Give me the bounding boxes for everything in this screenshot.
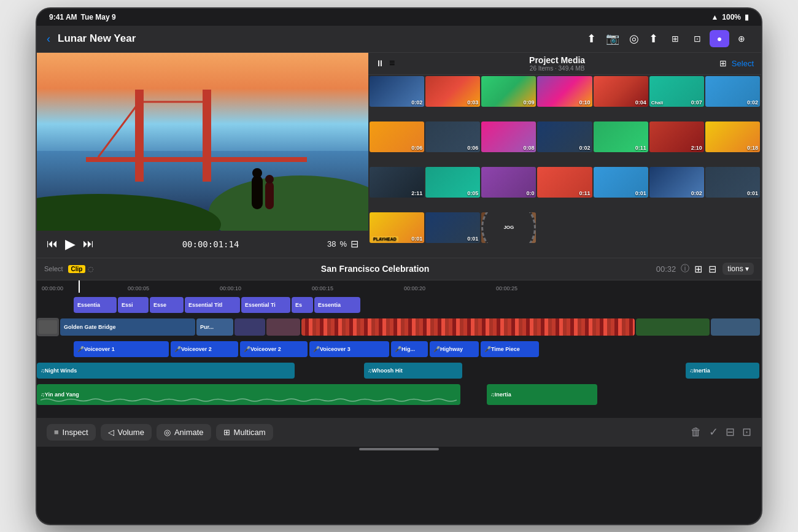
- title-clip[interactable]: Esse: [150, 297, 184, 313]
- video-clip-golden-gate[interactable]: Golden Gate Bridge: [60, 318, 195, 336]
- zoom-icon[interactable]: ⊟: [351, 238, 358, 250]
- video-clip-4[interactable]: [266, 318, 300, 336]
- play-button[interactable]: ▶: [65, 236, 76, 252]
- sfx-clip-2[interactable]: ♫ Whoosh Hit: [364, 363, 462, 379]
- title-clip[interactable]: Essential Titl: [185, 297, 240, 313]
- clip-icon: ♫: [368, 368, 372, 374]
- voiceover-clip-7[interactable]: 🎤 Time Piece: [481, 341, 539, 357]
- voiceover-clip-2[interactable]: 🎤 Voiceover 2: [171, 341, 238, 357]
- media-thumb[interactable]: 2:10: [649, 121, 704, 152]
- tab-location[interactable]: ●: [710, 30, 729, 47]
- music-clip-2[interactable]: ♫ Inertia: [487, 384, 597, 405]
- sfx-clip-1[interactable]: ♫ Night Winds: [37, 363, 295, 379]
- multicam-button[interactable]: ⊞ Multicam: [216, 424, 273, 441]
- tab-add[interactable]: ⊕: [732, 30, 751, 47]
- media-thumb[interactable]: 0:02: [705, 76, 760, 107]
- voiceover-clip-3[interactable]: 🎤 Voiceover 2: [240, 341, 308, 357]
- media-thumb[interactable]: 0:10: [537, 76, 592, 107]
- video-clip-6[interactable]: [711, 318, 760, 336]
- volume-button[interactable]: ◁ Volume: [101, 424, 152, 441]
- tab-screen[interactable]: ⊡: [688, 30, 707, 47]
- media-thumb[interactable]: 0:05: [425, 167, 480, 198]
- checkmark-icon[interactable]: ✓: [709, 425, 718, 439]
- clip-label: Time Piece: [491, 346, 520, 352]
- media-thumb[interactable]: 0:08: [481, 121, 536, 152]
- media-subtitle: 26 Items · 349.4 MB: [400, 65, 715, 72]
- voiceover-clip-6[interactable]: 🎤 Highway: [430, 341, 479, 357]
- video-clip-3[interactable]: [234, 318, 265, 336]
- title-clips: Essentia Essi Esse Essential Titl Essent…: [74, 295, 761, 315]
- voiceover-clip-1[interactable]: 🎤 Voiceover 1: [74, 341, 169, 357]
- media-thumb[interactable]: 0:06: [370, 121, 424, 152]
- timeline-ruler: 00:00:00 00:00:05 00:00:10 00:00:15 00:0…: [37, 280, 761, 293]
- zoom-value: 38: [327, 239, 336, 249]
- voiceover-clip-4[interactable]: 🎤 Voiceover 3: [309, 341, 389, 357]
- title-clip[interactable]: Essentia: [74, 297, 117, 313]
- media-thumb[interactable]: 0:01: [425, 212, 480, 243]
- media-thumb[interactable]: 0:01: [594, 167, 648, 198]
- duration: 00:32: [656, 264, 676, 274]
- media-thumb[interactable]: 0:02: [537, 121, 592, 152]
- media-thumb[interactable]: 0:02: [370, 76, 424, 107]
- svg-rect-7: [252, 175, 263, 209]
- media-thumb[interactable]: 0:11: [594, 121, 648, 152]
- title-track-content: Essentia Essi Esse Essential Titl Essent…: [37, 295, 761, 315]
- media-thumb[interactable]: 0:18: [705, 121, 760, 152]
- layout-icon[interactable]: ⊡: [742, 425, 751, 439]
- timeline-header: Select Clip ◌ San Francisco Celebration …: [37, 258, 761, 280]
- title-clip[interactable]: Essentia: [314, 297, 360, 313]
- media-thumb[interactable]: 0:0: [481, 167, 536, 198]
- export-icon[interactable]: ⬆: [649, 32, 658, 45]
- select-button[interactable]: Select: [732, 59, 754, 68]
- layout-tool[interactable]: ⊟: [708, 263, 716, 275]
- media-thumb[interactable]: 0:01: [705, 167, 760, 198]
- zoom-unit: %: [339, 239, 347, 249]
- title-clip[interactable]: Es: [292, 297, 313, 313]
- clip-icon: ♫: [490, 391, 495, 398]
- options-button[interactable]: tions ▾: [722, 263, 754, 275]
- split-icon[interactable]: ⊟: [726, 425, 735, 439]
- title-clip[interactable]: Essi: [118, 297, 149, 313]
- grid-icon[interactable]: ⊞: [719, 58, 727, 68]
- waveform: [37, 397, 460, 403]
- media-thumb[interactable]: 0:04: [594, 76, 648, 107]
- location-icon[interactable]: ◎: [629, 32, 639, 45]
- prev-frame-button[interactable]: ⏮: [47, 237, 58, 250]
- video-clip-5[interactable]: [636, 318, 710, 336]
- media-thumb[interactable]: PLAYHEAD 0:01: [370, 212, 424, 243]
- title-clip[interactable]: Essential Ti: [241, 297, 290, 313]
- clip-label: Essential Ti: [245, 302, 276, 308]
- svg-point-10: [265, 175, 274, 183]
- back-button[interactable]: ‹: [47, 33, 50, 45]
- delete-icon[interactable]: 🗑: [691, 426, 702, 439]
- media-thumb[interactable]: 0:06: [425, 121, 480, 152]
- jog-dial[interactable]: JOG ×: [481, 212, 536, 243]
- voiceover-clip-5[interactable]: 🎤 Hig...: [391, 341, 428, 357]
- media-thumb[interactable]: 0:03: [425, 76, 480, 107]
- video-clip-colorful[interactable]: [301, 318, 635, 336]
- clip-icon: 🎤: [244, 346, 250, 352]
- svg-rect-9: [265, 182, 274, 209]
- snap-tool[interactable]: ⊞: [694, 263, 702, 275]
- media-thumb[interactable]: 0:02: [649, 167, 704, 198]
- sfx-clip-3[interactable]: ♫ Inertia: [686, 363, 759, 379]
- media-thumb[interactable]: 0:09: [481, 76, 536, 107]
- camera-icon[interactable]: 📷: [606, 32, 619, 45]
- media-thumb[interactable]: Chali 0:07: [649, 76, 704, 107]
- video-clip-2[interactable]: Pur...: [196, 318, 233, 336]
- media-thumb[interactable]: 0:11: [537, 167, 592, 198]
- music-clip-1[interactable]: ♫ Yin and Yang: [37, 384, 460, 405]
- list-icon[interactable]: ≡: [389, 58, 395, 69]
- inspect-button[interactable]: ≡ Inspect: [47, 424, 96, 441]
- media-browser: ⏸ ≡ Project Media 26 Items · 349.4 MB ⊞ …: [368, 53, 761, 258]
- animate-button[interactable]: ◎ Animate: [157, 424, 211, 441]
- media-thumb-last[interactable]: JOG ×: [481, 212, 536, 243]
- clip-label: Esse: [153, 302, 166, 308]
- info-icon[interactable]: ⓘ: [681, 263, 689, 274]
- next-frame-button[interactable]: ⏭: [83, 237, 94, 250]
- media-thumb[interactable]: 2:11: [370, 167, 424, 198]
- clip-icon: ♫: [689, 368, 694, 374]
- tab-photos[interactable]: ⊞: [665, 30, 685, 47]
- share-icon[interactable]: ⬆: [587, 32, 596, 45]
- pause-button[interactable]: ⏸: [376, 58, 384, 68]
